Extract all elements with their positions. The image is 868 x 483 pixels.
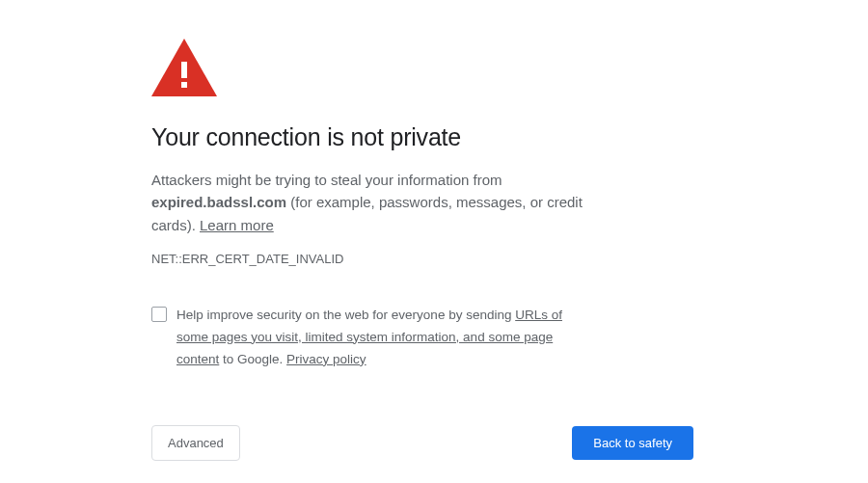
optin-prefix: Help improve security on the web for eve… [176,308,515,322]
optin-text: Help improve security on the web for eve… [176,305,588,371]
description-domain: expired.badssl.com [151,194,286,210]
svg-rect-1 [181,62,187,78]
advanced-button[interactable]: Advanced [151,425,240,461]
optin-checkbox[interactable] [151,307,167,322]
back-to-safety-button[interactable]: Back to safety [572,426,693,460]
warning-description: Attackers might be trying to steal your … [151,169,588,236]
button-row: Advanced Back to safety [151,425,693,461]
warning-triangle-icon [151,39,588,96]
description-prefix: Attackers might be trying to steal your … [151,172,502,188]
page-title: Your connection is not private [151,123,588,151]
svg-rect-2 [181,82,187,88]
privacy-policy-link[interactable]: Privacy policy [286,352,366,366]
error-code: NET::ERR_CERT_DATE_INVALID [151,252,588,266]
optin-mid: to Google. [219,352,286,366]
learn-more-link[interactable]: Learn more [200,217,274,233]
optin-row: Help improve security on the web for eve… [151,305,588,371]
